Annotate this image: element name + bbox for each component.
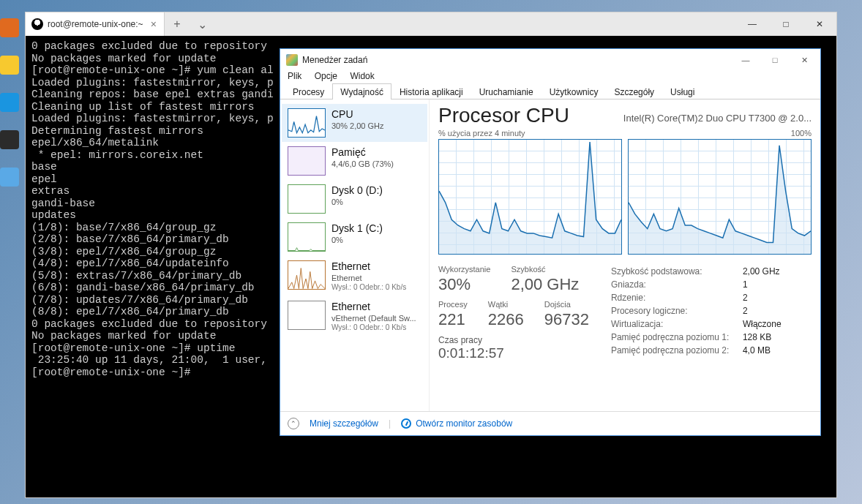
threads-value: 2266	[488, 310, 524, 329]
sidebar-disk0-sub: 0%	[331, 197, 383, 207]
svg-marker-1	[629, 146, 811, 254]
terminal-tabstrip: root@remote-unix-one:~ × + ⌄ — □ ✕	[26, 12, 836, 36]
sidebar-mem-sub: 4,4/6,0 GB (73%)	[331, 159, 394, 169]
base-speed-label: Szybkość podstawowa:	[611, 265, 735, 278]
speed-label: Szybkość	[511, 265, 579, 274]
sidebar-eth2-stats: Wysł.: 0 Odebr.: 0 Kb/s	[331, 323, 416, 332]
close-button[interactable]: ✕	[790, 51, 819, 69]
tabstrip: Procesy Wydajność Historia aplikacji Uru…	[280, 83, 820, 99]
cpu-heading: Procesor CPU	[438, 104, 569, 127]
logical-label: Procesory logiczne:	[611, 304, 735, 317]
tab-performance[interactable]: Wydajność	[332, 83, 391, 99]
performance-main: Procesor CPU Intel(R) Core(TM)2 Duo CPU …	[430, 99, 820, 411]
cpu-model-name: Intel(R) Core(TM)2 Duo CPU T7300 @ 2.0..…	[623, 113, 812, 124]
util-value: 30%	[438, 275, 490, 294]
performance-sidebar: CPU 30% 2,00 GHz Pamięć 4,4/6,0 GB (73%)…	[280, 99, 430, 411]
sockets-label: Gniazda:	[611, 278, 735, 291]
processes-value: 221	[438, 310, 468, 329]
sidebar-disk0-title: Dysk 0 (D:)	[331, 184, 383, 197]
task-manager-statusbar: ⌃ Mniej szczegółów | Otwórz monitor zaso…	[280, 411, 820, 435]
ethernet-thumb-icon	[288, 260, 326, 290]
desktop-icon[interactable]	[0, 130, 19, 149]
handles-label: Dojścia	[544, 300, 589, 309]
sidebar-eth1-stats: Wysł.: 0 Odebr.: 0 Kb/s	[331, 283, 406, 292]
window-controls: — □ ✕	[735, 12, 836, 36]
maximize-button[interactable]: □	[760, 51, 790, 69]
menu-options[interactable]: Opcje	[315, 71, 337, 81]
sidebar-cpu-sub: 30% 2,00 GHz	[331, 121, 384, 131]
menu-file[interactable]: Plik	[288, 71, 301, 81]
ethernet-thumb-icon	[288, 301, 326, 330]
base-speed-value: 2,00 GHz	[743, 265, 780, 278]
tab-users[interactable]: Użytkownicy	[541, 83, 607, 99]
sidebar-item-cpu[interactable]: CPU 30% 2,00 GHz	[282, 104, 427, 142]
minimize-button[interactable]: —	[735, 12, 769, 36]
tab-close-icon[interactable]: ×	[151, 18, 157, 30]
tab-services[interactable]: Usługi	[662, 83, 702, 99]
sidebar-item-memory[interactable]: Pamięć 4,4/6,0 GB (73%)	[282, 142, 427, 180]
collapse-icon[interactable]: ⌃	[288, 418, 299, 429]
sidebar-cpu-title: CPU	[331, 108, 384, 121]
l2-value: 4,0 MB	[743, 344, 771, 357]
desktop-icon[interactable]	[0, 18, 19, 37]
minimize-button[interactable]: —	[731, 51, 760, 69]
new-tab-button[interactable]: +	[165, 12, 190, 36]
threads-label: Wątki	[488, 300, 524, 309]
sidebar-item-disk1[interactable]: Dysk 1 (C:) 0%	[282, 218, 427, 256]
menubar: Plik Opcje Widok	[280, 71, 820, 83]
graph-y-max-label: 100%	[791, 129, 812, 138]
graph-x-label: % użycia przez 4 minuty	[438, 129, 525, 138]
logical-value: 2	[743, 304, 748, 317]
uptime-label: Czas pracy	[438, 335, 589, 345]
desktop-icon[interactable]	[0, 56, 19, 75]
sockets-value: 1	[743, 278, 748, 291]
terminal-tab-title: root@remote-unix-one:~	[48, 19, 143, 29]
tux-icon	[31, 18, 43, 30]
cpu-graph-core2[interactable]	[628, 139, 812, 255]
l1-value: 128 KB	[743, 331, 771, 344]
speed-value: 2,00 GHz	[511, 275, 579, 294]
sidebar-mem-title: Pamięć	[331, 146, 394, 159]
disk-thumb-icon	[288, 184, 326, 214]
virt-value: Włączone	[743, 317, 782, 331]
tab-details[interactable]: Szczegóły	[606, 83, 662, 99]
sidebar-item-ethernet1[interactable]: Ethernet Ethernet Wysł.: 0 Odebr.: 0 Kb/…	[282, 256, 427, 296]
tab-dropdown-button[interactable]: ⌄	[190, 12, 214, 36]
cores-value: 2	[743, 291, 748, 304]
virt-label: Wirtualizacja:	[611, 317, 735, 331]
cpu-graph-core1[interactable]	[438, 139, 622, 255]
separator: |	[389, 418, 391, 429]
processes-label: Procesy	[438, 300, 468, 309]
tab-app-history[interactable]: Historia aplikacji	[391, 83, 471, 99]
close-button[interactable]: ✕	[803, 12, 836, 36]
tab-startup[interactable]: Uruchamianie	[471, 83, 541, 99]
sidebar-item-ethernet2[interactable]: Ethernet vEthernet (Default Sw... Wysł.:…	[282, 296, 427, 336]
l1-label: Pamięć podręczna poziomu 1:	[611, 331, 735, 344]
window-title: Menedżer zadań	[302, 55, 367, 65]
uptime-value: 0:01:12:57	[438, 345, 589, 361]
sidebar-eth1-title: Ethernet	[331, 260, 406, 273]
disk-thumb-icon	[288, 222, 326, 252]
window-controls: — □ ✕	[731, 51, 819, 69]
sidebar-disk1-title: Dysk 1 (C:)	[331, 222, 383, 235]
task-manager-titlebar[interactable]: Menedżer zadań — □ ✕	[280, 49, 820, 71]
sidebar-disk1-sub: 0%	[331, 235, 383, 245]
terminal-tab[interactable]: root@remote-unix-one:~ ×	[26, 12, 165, 36]
open-resource-monitor-link[interactable]: Otwórz monitor zasobów	[401, 418, 512, 429]
tab-processes[interactable]: Procesy	[285, 83, 332, 99]
sidebar-eth2-title: Ethernet	[331, 301, 416, 313]
handles-value: 96732	[544, 310, 589, 329]
performance-content: CPU 30% 2,00 GHz Pamięć 4,4/6,0 GB (73%)…	[280, 99, 820, 411]
desktop-icons-strip	[0, 0, 22, 504]
menu-view[interactable]: Widok	[350, 71, 374, 81]
util-label: Wykorzystanie	[438, 265, 490, 274]
desktop-icon[interactable]	[0, 93, 19, 112]
memory-thumb-icon	[288, 146, 326, 176]
cpu-thumb-icon	[288, 108, 326, 138]
fewer-details-link[interactable]: Mniej szczegółów	[310, 418, 378, 429]
task-manager-window: Menedżer zadań — □ ✕ Plik Opcje Widok Pr…	[280, 48, 821, 436]
sidebar-item-disk0[interactable]: Dysk 0 (D:) 0%	[282, 180, 427, 218]
resource-monitor-icon	[401, 418, 411, 429]
maximize-button[interactable]: □	[769, 12, 803, 36]
desktop-icon[interactable]	[0, 168, 19, 187]
